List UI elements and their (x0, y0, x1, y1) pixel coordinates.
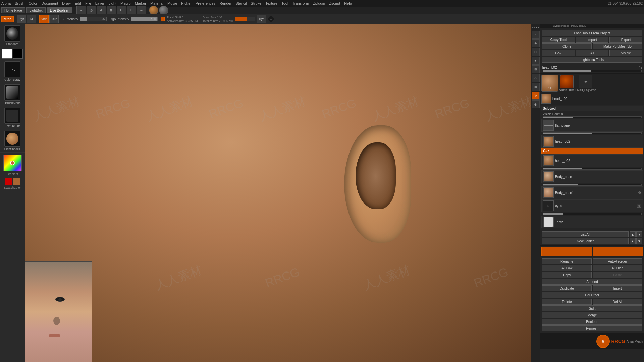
del-all-btn[interactable]: Del All (593, 299, 642, 305)
draw-size-slider[interactable] (235, 17, 255, 21)
delete-btn[interactable]: Delete (542, 299, 592, 305)
menu-movie[interactable]: Movie (167, 1, 177, 5)
canvas-area[interactable]: 人人素材RRCG 人人素材RRCG 人人素材RRCG 人人素材RRCG 人人素材… (25, 24, 540, 362)
menu-draw[interactable]: Draw (62, 1, 71, 5)
subtool-teeth[interactable]: Teeth (541, 216, 643, 228)
brush-alpha-item[interactable]: -BrushAlpha (0, 83, 25, 106)
merge-btn[interactable]: Merge (542, 312, 642, 318)
poly-paint-btn[interactable]: ◐ (532, 100, 540, 108)
rename-btn[interactable]: Rename (542, 258, 592, 264)
orange-tool-btn-1[interactable] (541, 247, 592, 256)
draw-mode-btn[interactable]: ✏ (76, 6, 86, 15)
menu-brush[interactable]: Brush (15, 1, 24, 5)
menu-render[interactable]: Render (219, 1, 231, 5)
subtool-flat-plane[interactable]: flat_plane (541, 119, 643, 132)
split-btn[interactable]: Split (542, 305, 642, 311)
visible-btn[interactable]: Visible (609, 50, 642, 56)
dynamesh-btn[interactable]: ◈ (532, 57, 540, 65)
color-indicator[interactable] (161, 17, 165, 21)
live-boolean-btn[interactable]: Live Boolean (47, 7, 72, 13)
color-spray-brush-item[interactable]: Color Spray (0, 60, 25, 83)
menu-alpha[interactable]: Alpha (1, 1, 11, 5)
zadd-btn[interactable]: Zadd (39, 15, 49, 23)
between-slider-track-3[interactable] (543, 184, 642, 186)
rotate-btn-strip[interactable]: ↻ (532, 92, 540, 100)
dynamics-btn[interactable]: Dyn (257, 15, 266, 23)
load-tools-btn[interactable]: Load Tools From Project (542, 30, 642, 36)
subtool-head-l02-2[interactable]: head_L02 (541, 154, 643, 167)
menu-marker[interactable]: Marker (135, 1, 146, 5)
gyro-btn[interactable]: ○ (268, 16, 274, 22)
body-base1-gear[interactable]: ⚙ (638, 191, 641, 195)
scale-btn[interactable]: ⊞ (107, 6, 116, 15)
lone-poly-btn[interactable]: ◇ (532, 74, 540, 82)
menu-stroke[interactable]: Stroke (251, 1, 261, 5)
subtool-body-base1[interactable]: Body_base1 ⚙ (541, 186, 643, 199)
zoom-btn[interactable]: ⊕ (532, 39, 540, 47)
head-l02-thumb[interactable] (541, 94, 551, 104)
smooth-btn[interactable]: ◎ (87, 6, 96, 15)
append-btn[interactable]: Append (542, 279, 642, 285)
head-preview-11[interactable]: 11 (541, 75, 558, 92)
duplicate-btn[interactable]: Duplicate (542, 285, 592, 291)
head-slider[interactable] (543, 70, 642, 72)
menu-zplugin[interactable]: Zplugin (313, 1, 325, 5)
standard-brush-item[interactable]: Standard (0, 24, 25, 47)
brown-swatch[interactable] (13, 178, 20, 185)
make-polymesh-btn[interactable]: Make PolyMesh3D (593, 43, 642, 49)
list-up-btn[interactable]: ▲ (630, 231, 636, 237)
subtool-slider[interactable] (543, 116, 642, 118)
menu-material[interactable]: Material (150, 1, 163, 5)
red-swatch[interactable] (5, 178, 12, 185)
head-render[interactable]: 人人素材RRCG 人人素材RRCG 人人素材RRCG 人人素材RRCG 人人素材… (25, 24, 540, 362)
all-low-btn[interactable]: All Low (542, 265, 592, 271)
menu-preferences[interactable]: Preferences (196, 1, 215, 5)
rotate-tool-btn[interactable]: ↻ (117, 6, 126, 15)
insert-btn[interactable]: Insert (593, 285, 642, 291)
shape-preview[interactable] (159, 6, 168, 15)
pm3d-preview[interactable]: ✦ PM3D_PolyMesh (575, 75, 596, 92)
simpleb-preview[interactable]: SimpleBrush (559, 75, 574, 92)
go2-btn[interactable]: Go2 (542, 50, 575, 56)
menu-macro[interactable]: Macro (120, 1, 131, 5)
menu-color[interactable]: Color (29, 1, 37, 5)
list-down-btn[interactable]: ▼ (636, 231, 642, 237)
menu-zscript[interactable]: Zscript (329, 1, 340, 5)
menu-stencil[interactable]: Stencil (235, 1, 247, 5)
move-btn[interactable]: ⊕ (97, 6, 106, 15)
rgb-intensity-slider[interactable]: 100 (131, 17, 158, 21)
between-slider-track-1[interactable] (543, 132, 642, 134)
boolean-btn[interactable]: Boolean (542, 319, 642, 325)
import-btn[interactable]: Import (576, 37, 609, 43)
menu-picker[interactable]: Picker (181, 1, 192, 5)
color-gradient[interactable] (3, 155, 22, 171)
auto-reorder-btn[interactable]: AutoReorder (593, 258, 642, 264)
between-slider-track-2[interactable] (543, 168, 642, 170)
copy-btn[interactable]: Copy (542, 272, 592, 278)
menu-tool[interactable]: Tool (281, 1, 288, 5)
export-btn[interactable]: Export (609, 37, 642, 43)
folder-down-btn[interactable]: ▼ (636, 238, 642, 244)
brush-name-btn[interactable]: Mrgb (1, 16, 14, 22)
scroll-btn[interactable]: ≡ (532, 31, 540, 39)
between-slider-track-4[interactable] (543, 213, 642, 215)
m-btn[interactable]: M (27, 15, 36, 23)
texture-off-item[interactable]: Texture Off (0, 106, 25, 129)
del-other-btn[interactable]: Del Other (542, 292, 642, 298)
poly-f-btn[interactable]: ⊞ (532, 83, 540, 91)
white-swatch[interactable] (2, 49, 12, 59)
copy-tool-btn[interactable]: Copy Tool (542, 37, 575, 43)
subtool-head-l02-1[interactable]: head_L02 (541, 135, 643, 148)
remesh-btn[interactable]: Remesh (542, 325, 642, 331)
menu-transform[interactable]: Transform (292, 1, 309, 5)
menu-layer[interactable]: Layer (95, 1, 105, 5)
list-all-btn[interactable]: List All (542, 231, 629, 237)
black-swatch[interactable] (13, 49, 23, 59)
zsub-btn[interactable]: Zsub (49, 15, 59, 23)
menu-light[interactable]: Light (108, 1, 116, 5)
z-intensity-slider[interactable]: 25 (80, 17, 107, 21)
material-preview[interactable] (149, 6, 158, 15)
all-high-btn[interactable]: All High (593, 265, 642, 271)
paste-btn[interactable]: Paste (593, 272, 642, 278)
menu-document[interactable]: Document (41, 1, 58, 5)
